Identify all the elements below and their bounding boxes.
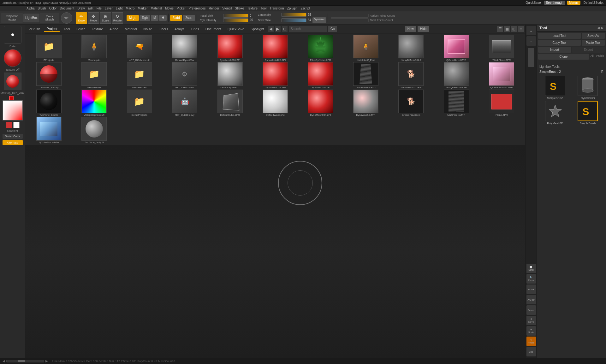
- tab-alpha[interactable]: Alpha: [107, 26, 121, 32]
- menu-alpha[interactable]: Alpha: [25, 7, 36, 10]
- scroll-up-btn[interactable]: ▲: [526, 26, 536, 35]
- list-item[interactable]: NoisyDMesh64.ZP: [434, 62, 478, 89]
- scratch-btn[interactable]: ⬜ Scrat: [526, 264, 536, 273]
- tab-brush[interactable]: Brush: [74, 26, 88, 32]
- list-item[interactable]: GroomPractice1.c: [343, 62, 388, 89]
- list-item[interactable]: DefaultSphere.ZI: [208, 62, 252, 89]
- menu-transform[interactable]: Transform: [268, 7, 285, 10]
- material-preview[interactable]: [4, 49, 21, 67]
- scale-btn[interactable]: ⊕ Scale: [100, 12, 111, 24]
- item-thumb-defaultwaxsph[interactable]: [263, 90, 288, 113]
- mrgb-btn[interactable]: Mrgb: [127, 15, 139, 21]
- simple-brush-icon-thumb[interactable]: S: [545, 76, 565, 96]
- list-item[interactable]: 📁 NanoMeshes: [117, 62, 162, 89]
- menu-texture[interactable]: Texture: [246, 7, 259, 10]
- scroll-track[interactable]: [528, 48, 534, 261]
- tab-document[interactable]: Document: [203, 26, 224, 32]
- list-item[interactable]: DynaMesh032.ZPI: [253, 62, 297, 89]
- right-panel-expand-icon[interactable]: ▶: [601, 26, 603, 30]
- alternate-btn[interactable]: Alternate: [3, 140, 23, 145]
- tab-material[interactable]: Material: [122, 26, 140, 32]
- see-through-btn[interactable]: See-through: [544, 1, 565, 5]
- menu-draw[interactable]: Draw: [76, 7, 86, 10]
- item-thumb-qcubesmoothan[interactable]: [36, 117, 62, 141]
- menu-picker[interactable]: Picker: [175, 7, 187, 10]
- h-btn[interactable]: H: [159, 15, 166, 21]
- item-thumb-dynamesh064[interactable]: [308, 90, 333, 113]
- list-item[interactable]: ⚙ 4R7_ZBrushSear: [162, 62, 207, 89]
- view-grid-icon[interactable]: ▦: [504, 26, 510, 32]
- item-thumb-vdisp[interactable]: [81, 90, 107, 113]
- list-item[interactable]: ThickPlane.ZPR: [479, 35, 524, 62]
- item-thumb-rifle[interactable]: 🔫: [127, 35, 152, 58]
- list-item[interactable]: TwoTone_RedAp: [27, 62, 71, 89]
- quick-sketch-btn[interactable]: QuickSketch: [40, 13, 59, 23]
- rotate-action-btn[interactable]: ↻ Rotate: [526, 337, 536, 346]
- item-thumb-thickplane[interactable]: [489, 35, 514, 58]
- item-thumb-defaultcube[interactable]: [217, 90, 243, 113]
- cylinder3d-icon-thumb[interactable]: [578, 76, 598, 96]
- item-thumb-nanomeshes[interactable]: 📁: [127, 62, 152, 86]
- list-item[interactable]: FiberByNoise.ZPR: [298, 35, 343, 62]
- menu-file[interactable]: File: [95, 7, 103, 10]
- move-action-btn[interactable]: ✥ Move: [526, 316, 536, 325]
- dynamic-btn[interactable]: Dynamic: [312, 17, 326, 23]
- draw-size-bar[interactable]: [281, 18, 306, 22]
- menu-zscript[interactable]: Zscript: [299, 7, 311, 10]
- color-picker[interactable]: [3, 100, 23, 120]
- menus-btn[interactable]: Menus: [567, 1, 580, 5]
- item-thumb-fiberbynoise[interactable]: [308, 35, 333, 58]
- list-item[interactable]: DynaWax128.ZPI: [298, 62, 343, 89]
- texture-preview[interactable]: [4, 73, 21, 90]
- list-item[interactable]: DefaultDynaWax: [162, 35, 207, 62]
- r-btn[interactable]: R: [601, 70, 603, 73]
- menu-stroke[interactable]: Stroke: [234, 7, 245, 10]
- list-item[interactable]: 🧍 Kotelnikoff_Eart: [343, 35, 388, 62]
- menu-brush[interactable]: Brush: [37, 7, 47, 10]
- scale-action-btn[interactable]: ⊕ Scale: [526, 326, 536, 336]
- copy-tool-btn[interactable]: Copy Tool: [538, 40, 581, 46]
- lightbox-btn[interactable]: LightBox: [23, 14, 39, 22]
- view-detail-icon[interactable]: ≡: [518, 26, 524, 32]
- tab-zbrush[interactable]: ZBrush: [27, 26, 43, 32]
- menu-material[interactable]: Material: [150, 7, 163, 10]
- list-item[interactable]: 🐕 MicroMesh01.ZPR: [389, 62, 433, 89]
- scroll-handle[interactable]: [18, 360, 25, 362]
- move-btn[interactable]: ✥ Move: [88, 12, 99, 24]
- right-panel-collapse-icon[interactable]: ◀: [597, 26, 600, 30]
- m-btn[interactable]: M: [151, 15, 158, 21]
- item-thumb-qcubesmooth[interactable]: [489, 62, 514, 86]
- list-item[interactable]: VDispDiagnosic.ZI: [72, 90, 116, 116]
- paste-tool-btn[interactable]: Paste Tool: [582, 40, 605, 46]
- item-thumb-dynamesh032[interactable]: [263, 62, 288, 86]
- zadd-btn[interactable]: Zadd: [170, 15, 182, 21]
- item-thumb-arraymeshes[interactable]: 📁: [81, 62, 107, 86]
- menu-edit[interactable]: Edit: [87, 7, 95, 10]
- list-item[interactable]: 📁 DemoProjects: [117, 90, 162, 116]
- tab-project[interactable]: Project: [44, 26, 60, 32]
- menu-render[interactable]: Render: [208, 7, 221, 10]
- menu-marker[interactable]: Marker: [136, 7, 149, 10]
- canvas-area[interactable]: [25, 145, 525, 358]
- zsub-btn[interactable]: Zsub: [183, 15, 195, 21]
- scroll-left-icon[interactable]: ◀: [3, 359, 5, 363]
- nav-next-btn[interactable]: ▶: [275, 26, 281, 32]
- item-thumb-defaultdynawax[interactable]: [172, 35, 197, 58]
- hide-btn[interactable]: Hide: [418, 26, 429, 32]
- view-list-icon[interactable]: ☰: [497, 26, 503, 32]
- import-btn[interactable]: Import: [538, 47, 571, 53]
- list-item[interactable]: QCubeSmoothAn: [27, 117, 71, 144]
- polymesh3d-icon-thumb[interactable]: [545, 101, 565, 121]
- item-thumb-noisydmesh64[interactable]: [444, 62, 469, 86]
- menu-document[interactable]: Document: [59, 7, 76, 10]
- menu-light[interactable]: Light: [115, 7, 124, 10]
- menu-color[interactable]: Color: [48, 7, 58, 10]
- menu-stencil[interactable]: Stencil: [221, 7, 233, 10]
- item-thumb-dynawax64[interactable]: [353, 90, 378, 113]
- rgb-btn[interactable]: Rgb: [140, 15, 150, 21]
- projection-master-btn[interactable]: ProjectionMaster: [1, 13, 23, 23]
- list-item[interactable]: 🤖 4R7_QuickHeavy: [162, 90, 207, 116]
- item-thumb-zprojects[interactable]: 📁: [36, 35, 62, 58]
- zoom-btn[interactable]: 🔍 Zoom: [526, 274, 536, 284]
- tab-tool[interactable]: Tool: [61, 26, 73, 32]
